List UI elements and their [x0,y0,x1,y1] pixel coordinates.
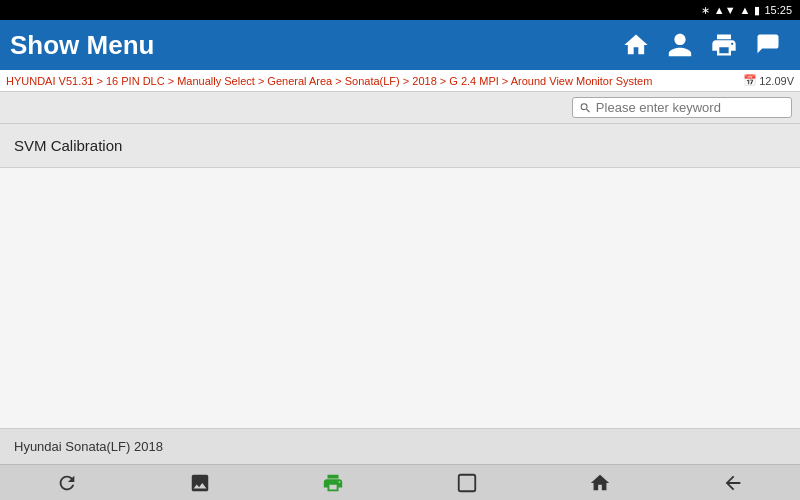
footer-status: Hyundai Sonata(LF) 2018 [0,428,800,464]
user-icon [666,31,694,59]
battery-icon: ▮ [754,4,760,17]
square-nav-button[interactable] [443,467,491,499]
refresh-nav-button[interactable] [43,467,91,499]
back-icon [722,472,744,494]
home-icon [622,31,650,59]
export-icon [754,31,782,59]
home-button[interactable] [614,23,658,67]
home-nav-icon [589,472,611,494]
vehicle-info: Hyundai Sonata(LF) 2018 [14,439,163,454]
search-bar [0,92,800,124]
bluetooth-icon: ∗ [701,4,710,17]
back-nav-button[interactable] [709,467,757,499]
calendar-icon: 📅 [743,74,757,87]
square-icon [456,472,478,494]
export-button[interactable] [746,23,790,67]
print-button[interactable] [702,23,746,67]
list-item[interactable]: SVM Calibration [0,124,800,168]
search-wrapper[interactable] [572,97,792,118]
wifi-icon: ▲ [740,4,751,16]
image-icon [189,472,211,494]
image-nav-button[interactable] [176,467,224,499]
status-icons: ▲▼ [714,4,736,16]
refresh-icon [56,472,78,494]
status-bar: ∗ ▲▼ ▲ ▮ 15:25 [0,0,800,20]
status-time: 15:25 [764,4,792,16]
header: Show Menu [0,20,800,70]
print-nav-button[interactable] [309,467,357,499]
list-item-label: SVM Calibration [14,137,122,154]
home-nav-button[interactable] [576,467,624,499]
page-title: Show Menu [10,30,614,61]
print-nav-icon [322,472,344,494]
user-button[interactable] [658,23,702,67]
search-icon [579,101,592,115]
print-icon [710,31,738,59]
battery-info: 📅 12.09V [743,74,794,87]
main-content: SVM Calibration [0,124,800,428]
battery-value: 12.09V [759,75,794,87]
svg-rect-0 [458,474,475,491]
bottom-nav [0,464,800,500]
search-input[interactable] [596,100,785,115]
breadcrumb: HYUNDAI V51.31 > 16 PIN DLC > Manually S… [6,75,743,87]
breadcrumb-bar: HYUNDAI V51.31 > 16 PIN DLC > Manually S… [0,70,800,92]
